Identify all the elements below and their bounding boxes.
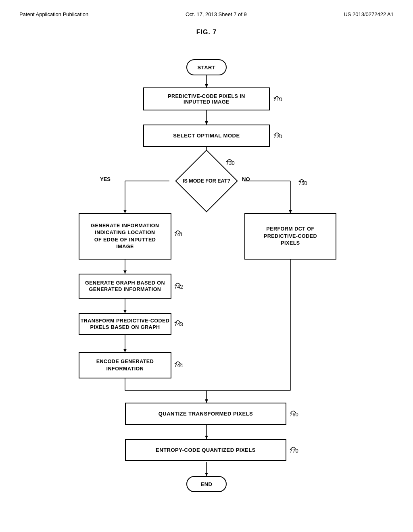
svg-marker-25 <box>205 84 208 87</box>
svg-marker-5 <box>123 210 127 213</box>
svg-marker-14 <box>123 349 127 352</box>
node-743: TRANSFORM PREDICTIVE-CODED PIXELS BASED … <box>79 313 171 335</box>
end-node: END <box>186 476 227 492</box>
header-left: Patent Application Publication <box>19 11 88 17</box>
svg-marker-10 <box>123 270 127 274</box>
start-node: START <box>186 59 227 75</box>
svg-marker-20 <box>205 399 208 403</box>
node-744: ENCODE GENERATED INFORMATION <box>79 352 171 378</box>
svg-marker-22 <box>205 436 208 439</box>
no-label: NO <box>242 176 250 182</box>
figure-title: FIG. 7 <box>0 29 413 36</box>
header-center: Oct. 17, 2013 Sheet 7 of 9 <box>186 11 247 17</box>
node-770: ENTROPY-CODE QUANTIZED PIXELS <box>125 439 286 461</box>
node-760: QUANTIZE TRANSFORMED PIXELS <box>125 403 286 425</box>
flowchart: START PREDICTIVE-CODE PIXELS IN INPUTTED… <box>0 40 413 515</box>
node-720: SELECT OPTIMAL MODE <box>143 125 270 147</box>
node-750: PERFORM DCT OF PREDICTIVE-CODED PIXELS <box>244 213 336 260</box>
node-741: GENERATE INFORMATION INDICATING LOCATION… <box>79 213 171 260</box>
node-742: GENERATE GRAPH BASED ON GENERATED INFORM… <box>79 274 171 299</box>
page-header: Patent Application Publication Oct. 17, … <box>0 0 413 17</box>
header-right: US 2013/0272422 A1 <box>344 11 394 17</box>
svg-marker-26 <box>205 121 208 125</box>
svg-marker-24 <box>205 473 208 476</box>
svg-marker-12 <box>123 310 127 313</box>
node-710: PREDICTIVE-CODE PIXELS IN INPUTTED IMAGE <box>143 87 270 110</box>
svg-marker-8 <box>289 210 292 213</box>
yes-label: YES <box>100 176 111 182</box>
